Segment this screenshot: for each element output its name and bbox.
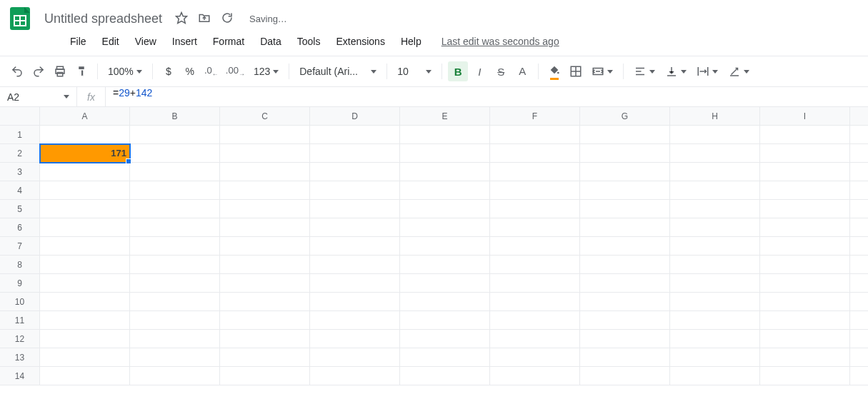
cell[interactable] xyxy=(850,348,868,367)
vertical-align-dropdown[interactable] xyxy=(661,61,691,81)
fill-color-button[interactable] xyxy=(544,61,564,81)
cell[interactable] xyxy=(220,200,310,218)
cell[interactable] xyxy=(670,181,760,200)
row-header[interactable]: 7 xyxy=(0,237,40,256)
cloud-status-icon[interactable] xyxy=(221,11,234,26)
font-family-dropdown[interactable]: Default (Ari... xyxy=(295,61,381,81)
menu-view[interactable]: View xyxy=(128,31,164,51)
row-header[interactable]: 12 xyxy=(0,330,40,348)
cell[interactable] xyxy=(760,181,850,200)
column-header[interactable]: F xyxy=(490,107,580,126)
row-header[interactable]: 11 xyxy=(0,311,40,330)
cell[interactable] xyxy=(850,330,868,348)
cell[interactable] xyxy=(40,293,130,311)
cell[interactable] xyxy=(580,126,670,144)
cell[interactable] xyxy=(310,237,400,256)
decrease-decimal-button[interactable]: .0← xyxy=(201,61,221,81)
cell[interactable] xyxy=(400,274,490,293)
cell[interactable] xyxy=(130,367,220,385)
bold-button[interactable]: B xyxy=(448,61,468,81)
cell[interactable] xyxy=(490,274,580,293)
cell[interactable] xyxy=(670,163,760,181)
undo-button[interactable] xyxy=(7,61,27,81)
cell[interactable] xyxy=(760,126,850,144)
cell[interactable] xyxy=(310,181,400,200)
format-currency-button[interactable]: $ xyxy=(159,61,179,81)
cell[interactable] xyxy=(490,181,580,200)
row-header[interactable]: 9 xyxy=(0,274,40,293)
cell[interactable] xyxy=(490,293,580,311)
zoom-dropdown[interactable]: 100% xyxy=(104,61,146,81)
cell[interactable] xyxy=(40,256,130,274)
cell[interactable] xyxy=(220,367,310,385)
cell[interactable] xyxy=(490,218,580,237)
cell[interactable] xyxy=(760,237,850,256)
cell[interactable] xyxy=(670,348,760,367)
row-header[interactable]: 14 xyxy=(0,367,40,385)
cell[interactable] xyxy=(760,311,850,330)
cell[interactable] xyxy=(580,163,670,181)
cell[interactable] xyxy=(220,218,310,237)
cell[interactable] xyxy=(580,237,670,256)
cell[interactable] xyxy=(760,200,850,218)
cell[interactable] xyxy=(400,311,490,330)
sheets-logo[interactable] xyxy=(6,4,34,33)
cell[interactable] xyxy=(490,311,580,330)
cell[interactable] xyxy=(310,126,400,144)
cell[interactable] xyxy=(670,293,760,311)
cell[interactable] xyxy=(40,181,130,200)
cell[interactable] xyxy=(670,237,760,256)
cell[interactable] xyxy=(130,330,220,348)
menu-format[interactable]: Format xyxy=(206,31,251,51)
cell[interactable] xyxy=(400,330,490,348)
cell[interactable] xyxy=(490,256,580,274)
cell[interactable] xyxy=(670,367,760,385)
cell[interactable] xyxy=(580,144,670,163)
cell[interactable] xyxy=(760,330,850,348)
cell[interactable] xyxy=(400,126,490,144)
redo-button[interactable] xyxy=(29,61,49,81)
cell[interactable] xyxy=(400,256,490,274)
cell[interactable] xyxy=(580,181,670,200)
document-title[interactable]: Untitled spreadsheet xyxy=(40,10,166,28)
row-header[interactable]: 5 xyxy=(0,200,40,218)
cell[interactable] xyxy=(850,181,868,200)
cell[interactable] xyxy=(40,237,130,256)
cell[interactable] xyxy=(580,367,670,385)
cell[interactable] xyxy=(760,348,850,367)
row-header[interactable]: 10 xyxy=(0,293,40,311)
menu-edit[interactable]: Edit xyxy=(95,31,126,51)
horizontal-align-dropdown[interactable] xyxy=(629,61,659,81)
cell[interactable] xyxy=(850,126,868,144)
print-button[interactable] xyxy=(50,61,70,81)
merge-cells-dropdown[interactable] xyxy=(587,61,617,81)
cell[interactable] xyxy=(670,126,760,144)
row-header[interactable]: 13 xyxy=(0,348,40,367)
cell[interactable] xyxy=(490,367,580,385)
format-percent-button[interactable]: % xyxy=(180,61,200,81)
cell[interactable] xyxy=(220,126,310,144)
cell[interactable] xyxy=(670,144,760,163)
menu-tools[interactable]: Tools xyxy=(290,31,328,51)
cell[interactable] xyxy=(40,311,130,330)
cell[interactable] xyxy=(760,293,850,311)
cell[interactable] xyxy=(850,256,868,274)
cell[interactable] xyxy=(310,330,400,348)
cell[interactable] xyxy=(760,218,850,237)
cell[interactable] xyxy=(310,200,400,218)
italic-button[interactable]: I xyxy=(469,61,489,81)
row-header[interactable]: 8 xyxy=(0,256,40,274)
column-header[interactable]: D xyxy=(310,107,400,126)
cell[interactable] xyxy=(130,181,220,200)
cell[interactable] xyxy=(130,237,220,256)
cell[interactable] xyxy=(40,274,130,293)
paint-format-button[interactable] xyxy=(71,61,91,81)
cell[interactable] xyxy=(400,367,490,385)
text-rotation-dropdown[interactable] xyxy=(724,61,754,81)
menu-data[interactable]: Data xyxy=(253,31,289,51)
cell[interactable] xyxy=(220,256,310,274)
cell[interactable] xyxy=(490,348,580,367)
cell[interactable] xyxy=(220,181,310,200)
cell[interactable] xyxy=(400,348,490,367)
cell[interactable] xyxy=(130,293,220,311)
